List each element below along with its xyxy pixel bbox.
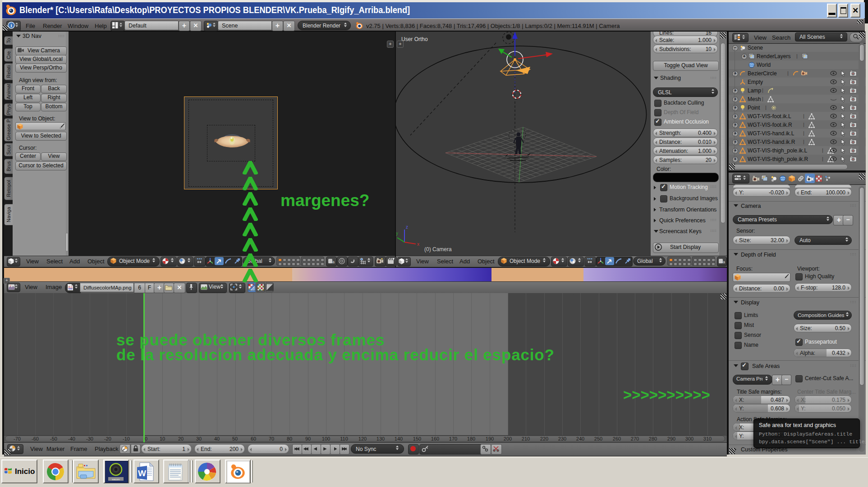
- svg-text:i: i: [10, 23, 12, 28]
- svg-text:y: y: [396, 231, 398, 236]
- svg-text:W: W: [138, 469, 146, 478]
- svg-text:z: z: [406, 225, 408, 230]
- svg-text:wacom: wacom: [111, 478, 120, 481]
- svg-text:a: a: [332, 260, 335, 264]
- svg-text:a: a: [723, 260, 725, 264]
- svg-text:x: x: [417, 242, 419, 247]
